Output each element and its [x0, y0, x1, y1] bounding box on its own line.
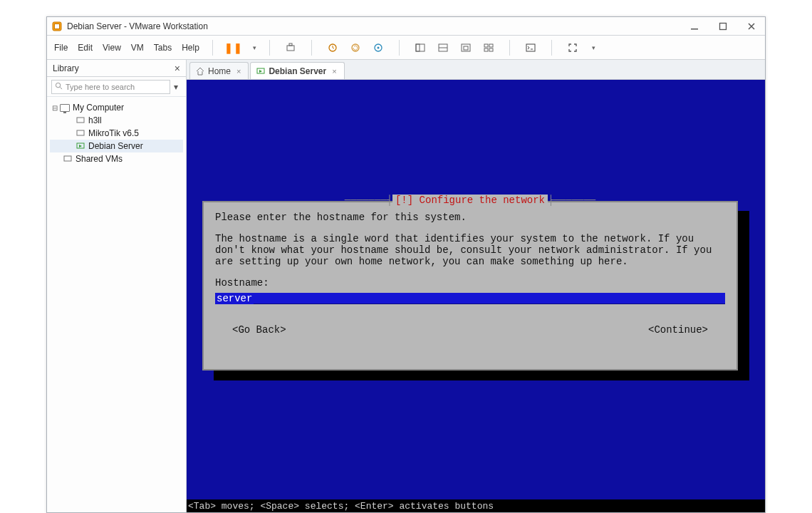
tabstrip: Home × Debian Server ×	[187, 60, 765, 80]
snapshot-group	[325, 40, 386, 56]
search-icon	[55, 82, 63, 91]
separator	[269, 40, 270, 56]
hostname-input[interactable]: server	[215, 293, 725, 304]
dialog-title-row: ───────┤ [!] Configure the network ├────…	[215, 195, 725, 206]
go-back-button[interactable]: <Go Back>	[232, 324, 286, 336]
tree-vm-item-selected[interactable]: Debian Server	[50, 140, 183, 152]
window-title: Debian Server - VMware Workstation	[67, 21, 208, 31]
svg-point-9	[377, 46, 379, 48]
svg-rect-24	[77, 130, 84, 135]
tab-close-button[interactable]: ×	[332, 67, 336, 76]
svg-rect-18	[484, 48, 488, 51]
separator	[311, 40, 312, 56]
tree-label: Debian Server	[88, 141, 143, 151]
svg-line-22	[60, 87, 62, 89]
svg-rect-2	[691, 28, 698, 30]
pause-vm-button[interactable]: ❚❚	[226, 40, 241, 56]
library-close-button[interactable]: ×	[175, 63, 180, 74]
vm-icon	[76, 115, 85, 125]
menu-tabs[interactable]: Tabs	[154, 43, 172, 53]
svg-rect-11	[416, 44, 420, 51]
view-mode-group	[412, 40, 496, 56]
collapse-icon[interactable]: ⊟	[51, 104, 58, 112]
tree-shared-vms[interactable]: Shared VMs	[50, 152, 183, 165]
library-header: Library ×	[47, 60, 186, 77]
tab-debian-server[interactable]: Debian Server ×	[250, 62, 344, 79]
tree-my-computer[interactable]: ⊟ My Computer	[50, 101, 183, 114]
svg-rect-10	[416, 44, 425, 51]
tab-label: Home	[208, 66, 231, 76]
separator	[551, 40, 552, 56]
svg-rect-16	[484, 44, 488, 47]
view-thumbnail-button[interactable]	[481, 40, 496, 56]
tree-vm-item[interactable]: MikroTik v6.5	[50, 127, 183, 140]
view-unity-button[interactable]	[458, 40, 474, 56]
menu-help[interactable]: Help	[182, 43, 199, 53]
view-quick-button[interactable]	[435, 40, 451, 56]
tree-label: My Computer	[73, 103, 124, 113]
hostname-fill	[254, 293, 725, 304]
menu-edit[interactable]: Edit	[78, 43, 93, 53]
content-area: Home × Debian Server × ───────┤ [!] Conf…	[187, 60, 765, 512]
monitor-icon	[60, 103, 70, 113]
hostname-label: Hostname:	[215, 277, 725, 289]
snapshot-manager-button[interactable]	[370, 40, 386, 56]
footer-hint: <Tab> moves; <Space> selects; <Enter> ac…	[188, 501, 494, 512]
svg-rect-3	[720, 23, 727, 29]
svg-rect-4	[287, 46, 294, 51]
dialog-title: Configure the network	[420, 195, 545, 206]
dialog-prompt: Please enter the hostname for this syste…	[215, 212, 725, 223]
tab-label: Debian Server	[269, 66, 326, 76]
svg-marker-26	[79, 145, 82, 147]
library-tree: ⊟ My Computer h3ll MikroTik v6.5	[47, 97, 186, 170]
dialog-title-prefix: [!]	[395, 195, 413, 206]
separator	[399, 40, 400, 56]
app-window: Debian Server - VMware Workstation File …	[46, 16, 766, 513]
tab-home[interactable]: Home ×	[189, 62, 249, 79]
menu-vm[interactable]: VM	[131, 43, 144, 53]
tree-vm-item[interactable]: h3ll	[50, 114, 183, 127]
separator	[509, 40, 510, 56]
svg-rect-19	[489, 48, 493, 51]
vm-icon	[76, 128, 85, 138]
search-placeholder: Type here to search	[66, 83, 135, 91]
take-snapshot-button[interactable]	[325, 40, 340, 56]
shared-icon	[63, 154, 73, 164]
menu-file[interactable]: File	[54, 43, 68, 53]
revert-snapshot-button[interactable]	[348, 40, 363, 56]
menubar: File Edit View VM Tabs Help ❚❚ ▾ ▾	[47, 36, 765, 60]
installer-screen: ───────┤ [!] Configure the network ├────…	[187, 80, 765, 512]
svg-rect-23	[77, 118, 84, 123]
menu-view[interactable]: View	[103, 43, 121, 53]
tab-close-button[interactable]: ×	[236, 67, 241, 76]
tree-label: MikroTik v6.5	[88, 128, 139, 138]
vm-screen[interactable]: ───────┤ [!] Configure the network ├────…	[187, 80, 765, 512]
svg-rect-15	[464, 46, 468, 50]
svg-rect-5	[289, 43, 292, 46]
search-dropdown[interactable]: ▾	[170, 82, 182, 92]
vm-running-icon	[256, 67, 265, 76]
tree-label: h3ll	[88, 115, 102, 125]
svg-point-21	[56, 83, 60, 87]
minimize-button[interactable]	[685, 20, 704, 33]
vm-running-icon	[76, 141, 85, 151]
fullscreen-dropdown[interactable]: ▾	[592, 44, 595, 51]
continue-button[interactable]: <Continue>	[648, 324, 708, 336]
console-view-button[interactable]	[523, 40, 538, 56]
svg-marker-29	[259, 70, 262, 73]
separator	[212, 40, 213, 56]
hostname-value: server	[215, 293, 254, 304]
svg-rect-27	[64, 156, 71, 161]
view-single-button[interactable]	[412, 40, 428, 56]
close-button[interactable]	[742, 20, 761, 33]
installer-footer: <Tab> moves; <Space> selects; <Enter> ac…	[187, 499, 765, 512]
svg-rect-20	[526, 44, 535, 51]
power-dropdown[interactable]: ▾	[253, 44, 256, 51]
library-search-input[interactable]: Type here to search	[51, 80, 170, 94]
send-ctrl-alt-del-button[interactable]	[283, 40, 298, 56]
svg-rect-1	[55, 24, 60, 28]
home-icon	[196, 67, 204, 76]
dialog-help: The hostname is a single word that ident…	[215, 233, 725, 267]
fullscreen-button[interactable]	[565, 40, 581, 56]
maximize-button[interactable]	[714, 20, 732, 33]
